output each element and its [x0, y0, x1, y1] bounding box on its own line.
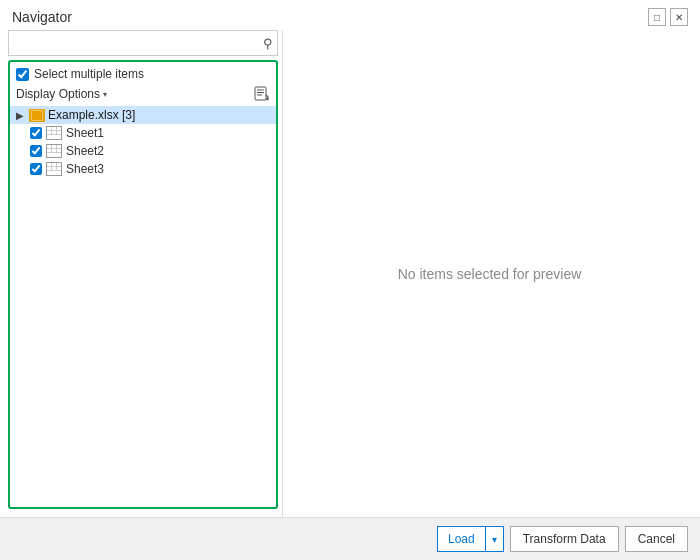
sheet2-checkbox[interactable] [30, 145, 42, 157]
display-options-button[interactable]: Display Options ▾ [16, 87, 107, 101]
load-button-group: Load ▾ [437, 526, 504, 552]
workbook-icon [29, 109, 45, 122]
sheet1-icon [46, 126, 62, 140]
navigator-box: Select multiple items Display Options ▾ [8, 60, 278, 509]
load-dropdown-button[interactable]: ▾ [485, 526, 504, 552]
close-button[interactable]: ✕ [670, 8, 688, 26]
collapse-arrow-icon: ▶ [14, 110, 26, 121]
sheet-row-1[interactable]: Sheet1 [10, 124, 276, 142]
select-multiple-checkbox[interactable] [16, 68, 29, 81]
vertical-divider [282, 30, 283, 517]
refresh-icon[interactable] [254, 86, 270, 102]
display-options-label: Display Options [16, 87, 100, 101]
workbook-label: Example.xlsx [3] [48, 108, 135, 122]
sheet3-label: Sheet3 [66, 162, 104, 176]
sheet1-checkbox[interactable] [30, 127, 42, 139]
sheet-row-2[interactable]: Sheet2 [10, 142, 276, 160]
search-icon: ⚲ [263, 36, 273, 51]
sheet3-icon [46, 162, 62, 176]
tree-area: ▶ Example.xlsx [3] Sheet1 [10, 106, 276, 507]
cancel-button[interactable]: Cancel [625, 526, 688, 552]
dialog-title: Navigator [12, 9, 72, 25]
select-multiple-label: Select multiple items [34, 67, 144, 81]
transform-data-button[interactable]: Transform Data [510, 526, 619, 552]
sheet2-label: Sheet2 [66, 144, 104, 158]
workbook-row[interactable]: ▶ Example.xlsx [3] [10, 106, 276, 124]
sheet-row-3[interactable]: Sheet3 [10, 160, 276, 178]
svg-rect-0 [255, 87, 266, 100]
maximize-button[interactable]: □ [648, 8, 666, 26]
load-button[interactable]: Load [437, 526, 485, 552]
footer: Load ▾ Transform Data Cancel [0, 517, 700, 560]
left-panel: ⚲ Select multiple items Display Options … [8, 30, 278, 517]
chevron-down-icon: ▾ [103, 90, 107, 99]
right-panel: No items selected for preview [287, 30, 692, 517]
window-controls: □ ✕ [648, 8, 688, 26]
select-multiple-row: Select multiple items [10, 62, 276, 84]
main-area: ⚲ Select multiple items Display Options … [0, 30, 700, 517]
sheet1-label: Sheet1 [66, 126, 104, 140]
sheet3-checkbox[interactable] [30, 163, 42, 175]
no-preview-text: No items selected for preview [398, 266, 582, 282]
search-input[interactable] [9, 31, 277, 55]
search-box: ⚲ [8, 30, 278, 56]
title-bar: Navigator □ ✕ [0, 0, 700, 30]
sheet2-icon [46, 144, 62, 158]
display-options-row: Display Options ▾ [10, 84, 276, 106]
